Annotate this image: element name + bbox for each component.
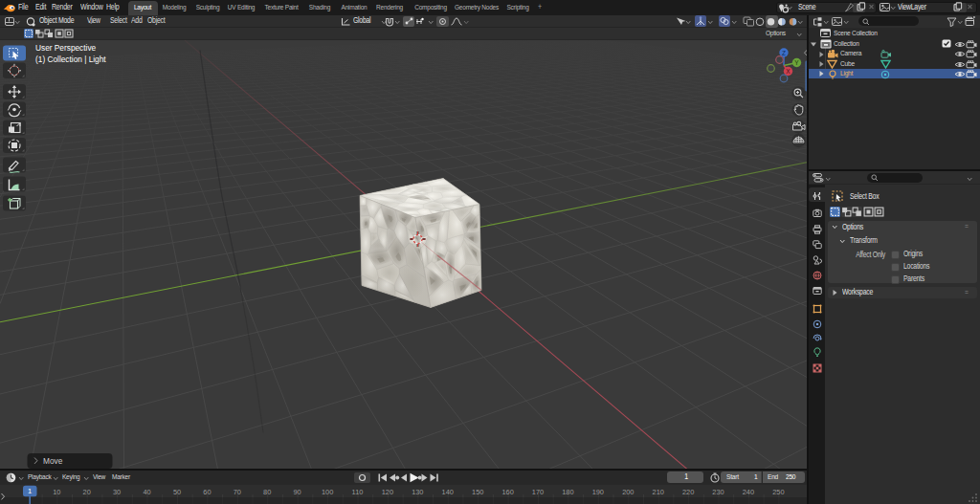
svg-text:Move: Move <box>43 455 63 465</box>
svg-text:(1) Collection | Light: (1) Collection | Light <box>35 54 106 63</box>
svg-text:Y: Y <box>794 59 799 66</box>
svg-text:10: 10 <box>53 487 60 495</box>
svg-text:30: 30 <box>113 487 121 495</box>
svg-text:1: 1 <box>28 487 32 495</box>
svg-text:X: X <box>786 68 791 75</box>
svg-text:Z: Z <box>782 49 786 55</box>
svg-text:User Perspective: User Perspective <box>35 43 97 53</box>
